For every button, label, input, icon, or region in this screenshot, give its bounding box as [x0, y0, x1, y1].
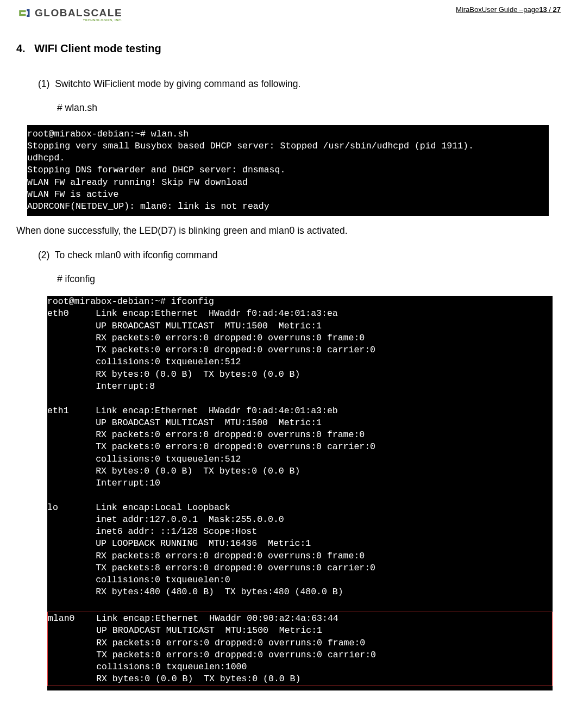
- iface-line: inet6 addr: ::1/128 Scope:Host: [47, 526, 553, 538]
- iface-line: TX packets:0 errors:0 dropped:0 overruns…: [48, 649, 552, 661]
- term1-line: Stopping very small Busybox based DHCP s…: [27, 140, 549, 152]
- term2-prompt: root@mirabox-debian:~# ifconfig: [47, 296, 553, 308]
- step-1-number: (1): [38, 78, 49, 89]
- logo-name: GLOBALSCALE: [35, 7, 122, 18]
- iface-name: eth1: [47, 405, 96, 417]
- page-current: 13: [539, 5, 547, 14]
- iface-line: inet addr:127.0.0.1 Mask:255.0.0.0: [47, 514, 553, 526]
- iface-line: Link encap:Ethernet HWaddr 00:90:a2:4a:6…: [96, 613, 338, 624]
- iface-name: mlan0: [48, 613, 96, 625]
- step-2-command: # ifconfig: [57, 272, 561, 286]
- step-1-command: # wlan.sh: [57, 101, 561, 115]
- terminal-output-wlan: root@mirabox-debian:~# wlan.shStopping v…: [27, 125, 549, 216]
- page-indicator: MiraBoxUser Guide –page13 / 27: [456, 5, 561, 14]
- iface-name: eth0: [47, 308, 96, 320]
- iface-name: lo: [47, 502, 96, 514]
- iface-line: RX bytes:0 (0.0 B) TX bytes:0 (0.0 B): [48, 673, 552, 685]
- iface-line: RX packets:0 errors:0 dropped:0 overruns…: [48, 637, 552, 649]
- term1-line: WLAN FW already running! Skip FW downloa…: [27, 177, 549, 189]
- iface-line: RX packets:8 errors:0 dropped:0 overruns…: [47, 550, 553, 562]
- iface-eth1: eth1Link encap:Ethernet HWaddr f0:ad:4e:…: [47, 405, 553, 417]
- terminal-output-ifconfig: root@mirabox-debian:~# ifconfigeth0Link …: [47, 296, 553, 690]
- term1-line: WLAN FW is active: [27, 189, 549, 201]
- iface-line: UP BROADCAST MULTICAST MTU:1500 Metric:1: [47, 417, 553, 429]
- logo-text: GLOBALSCALE TECHNOLOGIES, INC.: [35, 7, 122, 19]
- highlighted-mlan0: mlan0Link encap:Ethernet HWaddr 00:90:a2…: [47, 612, 553, 686]
- iface-line: Interrupt:8: [47, 381, 553, 393]
- iface-line: UP LOOPBACK RUNNING MTU:16436 Metric:1: [47, 538, 553, 550]
- iface-line: RX packets:0 errors:0 dropped:0 overruns…: [47, 332, 553, 344]
- globalscale-logo-icon: [16, 5, 32, 21]
- iface-line: Link encap:Ethernet HWaddr f0:ad:4e:01:a…: [96, 406, 338, 416]
- iface-mlan0: mlan0Link encap:Ethernet HWaddr 00:90:a2…: [48, 613, 552, 625]
- iface-line: UP BROADCAST MULTICAST MTU:1500 Metric:1: [47, 320, 553, 332]
- iface-line: RX packets:0 errors:0 dropped:0 overruns…: [47, 429, 553, 441]
- iface-line: RX bytes:0 (0.0 B) TX bytes:0 (0.0 B): [47, 369, 553, 381]
- blank-line: [47, 599, 553, 611]
- iface-line: collisions:0 txqueuelen:512: [47, 356, 553, 368]
- iface-eth0: eth0Link encap:Ethernet HWaddr f0:ad:4e:…: [47, 308, 553, 320]
- iface-line: UP BROADCAST MULTICAST MTU:1500 Metric:1: [48, 625, 552, 637]
- iface-line: RX bytes:0 (0.0 B) TX bytes:0 (0.0 B): [47, 465, 553, 477]
- iface-line: Interrupt:10: [47, 477, 553, 489]
- iface-line: TX packets:0 errors:0 dropped:0 overruns…: [47, 441, 553, 453]
- section-title: WIFI Client mode testing: [34, 42, 161, 54]
- term1-line: udhcpd.: [27, 152, 549, 164]
- page-sep: /: [547, 5, 553, 14]
- step-1-text: Switchto WiFiclient mode by giving comma…: [55, 78, 300, 89]
- term1-line: Stopping DNS forwarder and DHCP server: …: [27, 164, 549, 176]
- step-2-text: To check mlan0 with ifconfig command: [55, 250, 218, 260]
- iface-line: TX packets:0 errors:0 dropped:0 overruns…: [47, 344, 553, 356]
- term1-line: ADDRCONF(NETDEV_UP): mlan0: link is not …: [27, 201, 549, 213]
- section-number: 4.: [16, 42, 26, 54]
- iface-lo: loLink encap:Local Loopback: [47, 502, 553, 514]
- blank-line: [47, 393, 553, 405]
- logo: GLOBALSCALE TECHNOLOGIES, INC.: [16, 5, 122, 21]
- iface-line: RX bytes:480 (480.0 B) TX bytes:480 (480…: [47, 586, 553, 598]
- after-terminal-note: When done successfully, the LED(D7) is b…: [16, 223, 561, 238]
- guide-prefix: MiraBoxUser Guide –page: [456, 5, 539, 14]
- iface-line: Link encap:Local Loopback: [96, 502, 230, 513]
- iface-line: collisions:0 txqueuelen:512: [47, 453, 553, 465]
- blank-line: [47, 489, 553, 501]
- page-total: 27: [553, 5, 561, 14]
- page-header: GLOBALSCALE TECHNOLOGIES, INC. MiraBoxUs…: [16, 5, 561, 21]
- iface-line: TX packets:8 errors:0 dropped:0 overruns…: [47, 562, 553, 574]
- step-2-number: (2): [38, 250, 49, 260]
- iface-line: collisions:0 txqueuelen:0: [47, 574, 553, 586]
- term1-line: root@mirabox-debian:~# wlan.sh: [27, 128, 549, 140]
- iface-line: collisions:0 txqueuelen:1000: [48, 661, 552, 673]
- section-heading: 4. WIFI Client mode testing: [16, 42, 561, 55]
- logo-subtitle: TECHNOLOGIES, INC.: [83, 18, 122, 22]
- step-2: (2) To check mlan0 with ifconfig command: [38, 248, 561, 262]
- step-1: (1) Switchto WiFiclient mode by giving c…: [38, 77, 561, 91]
- iface-line: Link encap:Ethernet HWaddr f0:ad:4e:01:a…: [96, 308, 338, 319]
